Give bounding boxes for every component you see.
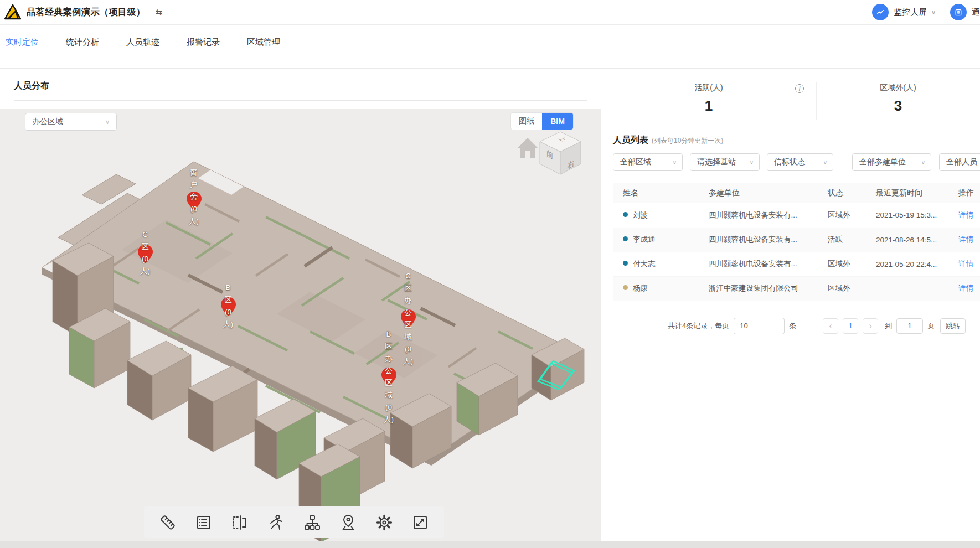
settings-gear-icon[interactable] — [375, 513, 394, 532]
id-badge-icon[interactable] — [950, 4, 967, 20]
bim-model-canvas: 上 前 右 — [0, 109, 601, 541]
current-page-button[interactable]: 1 — [843, 318, 858, 334]
status-cell: 区域外 — [818, 252, 866, 276]
chevron-down-icon: ∨ — [665, 159, 677, 166]
personnel-list-subtitle: (列表每10分钟更新一次) — [652, 136, 723, 146]
list-panel-icon[interactable] — [194, 513, 213, 532]
ruler-measure-icon[interactable] — [158, 513, 177, 532]
next-page-button[interactable]: › — [863, 318, 878, 334]
status-dot — [623, 212, 628, 217]
personnel-panel: 活跃(人) 1 i 区域外(人) 3 人员列表 (列表每10分钟更新一次) 全部… — [601, 69, 980, 541]
chevron-down-icon[interactable]: ∨ — [931, 9, 936, 16]
personnel-list-title: 人员列表 — [613, 135, 648, 146]
time-cell: 2021-08-26 14:5... — [866, 228, 948, 252]
stats-row: 活跃(人) 1 i 区域外(人) 3 — [601, 69, 980, 127]
panel-title: 人员分布 — [14, 80, 49, 92]
filter-dropdown-4[interactable]: 全部人员∨ — [939, 153, 980, 171]
chevron-down-icon: ∨ — [914, 159, 925, 166]
filter-label: 请选择基站 — [697, 157, 736, 167]
tab-4[interactable]: 区域管理 — [247, 37, 280, 48]
filter-dropdown-3[interactable]: 全部参建单位∨ — [852, 153, 931, 171]
horizontal-scrollbar[interactable] — [0, 541, 980, 548]
tab-1[interactable]: 统计分析 — [66, 37, 99, 48]
home-view-icon[interactable] — [518, 138, 538, 158]
personnel-table-body: 刘波四川颢蓉机电设备安装有...区域外2021-05-19 15:3...详情李… — [613, 203, 980, 301]
location-pin-icon[interactable] — [339, 513, 358, 532]
top-header: 品茗经典案例演示（项目级） ⇆ 监控大屏 ∨ 通 — [0, 0, 980, 25]
filter-label: 全部区域 — [620, 157, 651, 167]
stat-active-label: 活跃(人) — [601, 83, 816, 93]
table-row: 刘波四川颢蓉机电设备安装有...区域外2021-05-19 15:3...详情 — [613, 203, 980, 228]
jump-button[interactable]: 跳转 — [940, 318, 966, 334]
view-cube[interactable]: 上 前 右 — [540, 132, 581, 174]
bim-view-button[interactable]: BIM — [542, 113, 573, 130]
bim-toolbar — [144, 506, 444, 538]
personnel-list-head: 人员列表 (列表每10分钟更新一次) — [613, 135, 980, 146]
status-dot — [623, 236, 628, 241]
detail-link[interactable]: 详情 — [958, 211, 973, 219]
page-title: 品茗经典案例演示（项目级） — [27, 7, 146, 18]
status-dot — [623, 285, 628, 290]
filter-dropdown-2[interactable]: 信标状态∨ — [767, 153, 833, 171]
goto-page-input[interactable] — [896, 318, 923, 334]
filter-bar: 全部区域∨请选择基站∨信标状态∨全部参建单位∨全部人员∨ — [613, 153, 980, 171]
filter-label: 信标状态 — [774, 157, 805, 167]
chevron-down-icon: ∨ — [816, 159, 827, 166]
status-cell: 区域外 — [818, 203, 866, 228]
detail-link[interactable]: 详情 — [958, 235, 973, 244]
stat-outside: 区域外(人) 3 — [816, 69, 980, 127]
tab-0[interactable]: 实时定位 — [6, 37, 39, 48]
person-roam-icon[interactable] — [266, 513, 285, 532]
company-cell: 四川颢蓉机电设备安装有... — [699, 228, 818, 252]
table-row: 付大志四川颢蓉机电设备安装有...区域外2021-05-20 22:4...详情 — [613, 252, 980, 276]
stat-active-value: 1 — [601, 97, 816, 115]
table-row: 杨康浙江中豪建设集团有限公司区域外详情 — [613, 276, 980, 301]
status-dot — [623, 261, 628, 266]
column-header: 姓名 — [613, 183, 699, 203]
swap-icon[interactable]: ⇆ — [156, 7, 163, 17]
page-size-input[interactable] — [734, 318, 785, 334]
detail-link[interactable]: 详情 — [958, 260, 973, 268]
fullscreen-expand-icon[interactable] — [411, 513, 430, 532]
filter-label: 全部参建单位 — [859, 157, 906, 167]
view-mode-toggle: 图纸 BIM — [511, 113, 573, 130]
time-cell — [866, 276, 948, 301]
tab-3[interactable]: 报警记录 — [187, 37, 220, 48]
person-name: 付大志 — [633, 260, 656, 268]
person-name: 李成通 — [633, 235, 656, 244]
main-content: 人员分布 — [0, 68, 980, 541]
table-header-row: 姓名参建单位状态最近更新时间操作 — [613, 183, 980, 203]
time-cell: 2021-05-20 22:4... — [866, 252, 948, 276]
filter-label: 全部人员 — [946, 157, 977, 167]
plan-view-button[interactable]: 图纸 — [511, 113, 542, 130]
tab-2[interactable]: 人员轨迹 — [126, 37, 159, 48]
goto-label: 到 — [885, 321, 892, 331]
personnel-table: 姓名参建单位状态最近更新时间操作 刘波四川颢蓉机电设备安装有...区域外2021… — [613, 183, 980, 301]
person-name: 刘波 — [633, 211, 648, 219]
device-tree-icon[interactable] — [303, 513, 322, 532]
status-cell: 区域外 — [818, 276, 866, 301]
contacts-link-partial[interactable]: 通 — [972, 7, 980, 18]
filter-dropdown-0[interactable]: 全部区域∨ — [613, 153, 683, 171]
header-right: 监控大屏 ∨ 通 — [872, 0, 980, 24]
time-cell: 2021-05-19 15:3... — [866, 203, 948, 228]
company-cell: 浙江中豪建设集团有限公司 — [699, 276, 818, 301]
area-select-dropdown[interactable]: 办公区域 ∨ — [25, 113, 117, 131]
monitor-screen-link[interactable]: 监控大屏 — [894, 7, 927, 18]
company-cell: 四川颢蓉机电设备安装有... — [699, 252, 818, 276]
bim-viewport[interactable]: 上 前 右 窗户旁(0人)C区(0人)B区(0人)C区办公区域(0人)B区办公区… — [0, 109, 601, 541]
pagination-summary: 共计4条记录，每页 — [668, 321, 729, 331]
nav-tabs: 实时定位统计分析人员轨迹报警记录区域管理 — [0, 25, 980, 68]
monitor-chart-icon[interactable] — [872, 4, 889, 20]
column-header: 参建单位 — [699, 183, 818, 203]
page-size-unit: 条 — [789, 321, 796, 331]
company-cell: 四川颢蓉机电设备安装有... — [699, 203, 818, 228]
pagination: 共计4条记录，每页 条 ‹ 1 › 到 页 跳转 — [668, 318, 980, 334]
filter-dropdown-1[interactable]: 请选择基站∨ — [690, 153, 760, 171]
column-header: 最近更新时间 — [866, 183, 948, 203]
app-root: 品茗经典案例演示（项目级） ⇆ 监控大屏 ∨ 通 实时定位统计分析人员轨迹报警记… — [0, 0, 980, 548]
section-box-icon[interactable] — [230, 513, 249, 532]
info-icon[interactable]: i — [795, 84, 804, 93]
detail-link[interactable]: 详情 — [958, 284, 973, 292]
prev-page-button[interactable]: ‹ — [823, 318, 838, 334]
